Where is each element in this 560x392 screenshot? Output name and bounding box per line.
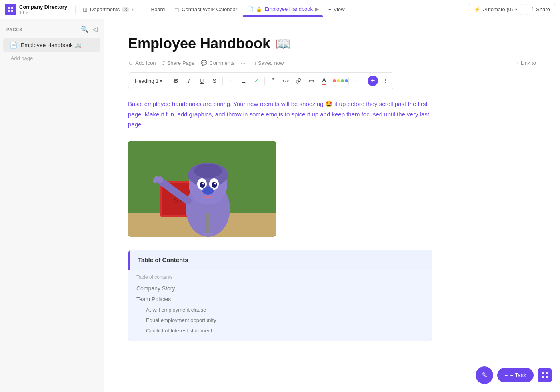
nav-tab-board[interactable]: ◫ Board	[139, 2, 169, 17]
font-color-button[interactable]: A	[318, 75, 330, 86]
edit-fab-button[interactable]: ✎	[476, 366, 493, 384]
plus-icon: +	[328, 6, 332, 12]
toc-body: Table of contents Company Story Team Pol…	[128, 270, 432, 341]
grid-fab-button[interactable]	[538, 368, 552, 382]
logo-icon	[5, 4, 16, 15]
svg-rect-3	[11, 10, 13, 12]
active-tab-indicator	[243, 15, 323, 16]
nav-tab-employee-handbook[interactable]: 📄 🔒 Employee Handbook ▶	[243, 2, 323, 17]
page-title: Employee Handbook 📖	[128, 35, 536, 52]
app-logo[interactable]: Company Directory 1 List	[5, 4, 67, 15]
highlight-button[interactable]: ▭	[306, 75, 317, 86]
strikethrough-button[interactable]: S	[209, 75, 220, 86]
nav-tab-board-label: Board	[151, 6, 165, 12]
add-view-button[interactable]: + View	[324, 4, 349, 15]
color-dots	[333, 79, 348, 82]
sidebar-item-employee-handbook[interactable]: 📄 Employee Handbook 📖	[3, 38, 100, 52]
svg-rect-26	[546, 372, 548, 374]
toc-link-at-will[interactable]: At-will employment clause	[136, 305, 424, 315]
blue-dot	[345, 79, 348, 82]
add-page-button[interactable]: + Add page	[0, 52, 104, 64]
toc-link-equal-employment[interactable]: Equal employment opportunity	[136, 315, 424, 326]
add-page-label: + Add page	[6, 55, 33, 61]
underline-button[interactable]: U	[196, 75, 207, 86]
share-button[interactable]: ⤴ Share	[526, 4, 555, 15]
handbook-doc-icon: 📄	[247, 6, 254, 12]
search-icon[interactable]: 🔍	[81, 26, 89, 33]
svg-rect-24	[202, 233, 213, 236]
pages-section-label: Pages	[6, 27, 22, 32]
svg-rect-0	[8, 7, 10, 9]
svg-rect-1	[11, 7, 13, 9]
nav-tab-departments-label: Departments	[90, 6, 120, 12]
nav-divider-1	[75, 6, 76, 14]
bullet-list-button[interactable]: ≡	[225, 75, 236, 86]
app-subtitle: 1 List	[19, 10, 67, 15]
align-button[interactable]: ≡	[351, 75, 362, 86]
calendar-icon: ◻	[174, 6, 179, 13]
main-layout: Pages 🔍 ◁ 📄 Employee Handbook 📖 + Add pa…	[0, 19, 560, 392]
saved-label: Saved now	[258, 60, 284, 66]
svg-point-22	[153, 178, 158, 183]
share-page-label: Share Page	[167, 60, 195, 66]
smiley-icon: ☺	[128, 60, 133, 66]
bold-button[interactable]: B	[170, 75, 182, 86]
departments-chevron-icon: ▾	[132, 7, 134, 12]
link-button[interactable]	[293, 75, 304, 86]
toc-link-team-policies[interactable]: Team Policies	[136, 294, 424, 305]
automate-chevron-icon: ▾	[515, 7, 517, 12]
comments-icon: 💬	[201, 60, 207, 66]
board-icon: ◫	[143, 6, 148, 13]
nav-tab-contract-calendar-label: Contract Work Calendar	[182, 6, 237, 12]
collapse-sidebar-icon[interactable]: ◁	[92, 26, 98, 33]
more-format-button[interactable]: ⋮	[380, 75, 391, 86]
code-button[interactable]: </>	[280, 75, 291, 86]
nav-tab-departments[interactable]: ⊞ Departments 3 ▾	[79, 2, 138, 17]
check-mark-button[interactable]: ✓	[251, 75, 262, 86]
ordered-list-button[interactable]: ≣	[238, 75, 249, 86]
heading-chevron-icon: ▾	[160, 79, 162, 83]
svg-rect-27	[542, 376, 544, 378]
format-separator-6	[365, 77, 365, 85]
save-icon: ◻	[252, 60, 256, 66]
heading-dropdown[interactable]: Heading 1 ▾	[132, 75, 165, 86]
toc-link-conflict[interactable]: Conflict of Interest statement	[136, 326, 424, 336]
more-icon: ···	[241, 60, 245, 66]
page-title-emoji: 📖	[275, 36, 291, 51]
format-separator-1	[168, 77, 168, 85]
quote-button[interactable]: "	[267, 75, 278, 86]
color-palette-button[interactable]	[335, 75, 346, 86]
sidebar-header: Pages 🔍 ◁	[0, 26, 104, 38]
format-separator-2	[222, 77, 223, 85]
add-format-button[interactable]: +	[368, 76, 378, 86]
svg-point-17	[202, 182, 204, 184]
comments-button[interactable]: 💬 Comments	[201, 60, 234, 66]
format-toolbar: Heading 1 ▾ B I U S ≡ ≣ ✓ " </> ▭ A	[128, 72, 394, 89]
intro-paragraph: Basic employee handbooks are boring. You…	[128, 99, 432, 130]
sidebar-header-icons: 🔍 ◁	[81, 26, 97, 33]
share-page-button[interactable]: ⤴ Share Page	[162, 60, 195, 66]
add-icon-label: Add Icon	[135, 60, 156, 66]
svg-point-19	[202, 187, 214, 195]
svg-rect-25	[542, 372, 544, 374]
nav-right-area: ⚡ Automate (0) ▾ ⤴ Share	[469, 4, 555, 15]
heading-label: Heading 1	[135, 78, 158, 84]
add-icon-button[interactable]: ☺ Add Icon	[128, 60, 156, 66]
automate-label: Automate (0)	[483, 6, 513, 12]
more-options-button[interactable]: ···	[241, 60, 245, 66]
sidebar: Pages 🔍 ◁ 📄 Employee Handbook 📖 + Add pa…	[0, 19, 104, 392]
fab-area: ✎ + + Task	[476, 366, 552, 384]
lock-icon: 🔒	[256, 6, 262, 12]
automate-button[interactable]: ⚡ Automate (0) ▾	[469, 4, 522, 15]
format-separator-5	[348, 77, 349, 85]
link-to-label: + Link to	[516, 60, 536, 66]
toc-header: Table of Contents	[128, 250, 432, 270]
table-of-contents-block: Table of Contents Table of contents Comp…	[128, 250, 432, 341]
add-task-button[interactable]: + + Task	[497, 368, 534, 382]
italic-button[interactable]: I	[183, 75, 194, 86]
toc-link-company-story[interactable]: Company Story	[136, 283, 424, 294]
link-to-button[interactable]: + Link to	[516, 60, 536, 66]
share-page-icon: ⤴	[162, 60, 165, 66]
comments-label: Comments	[209, 60, 234, 66]
nav-tab-contract-calendar[interactable]: ◻ Contract Work Calendar	[170, 2, 241, 17]
